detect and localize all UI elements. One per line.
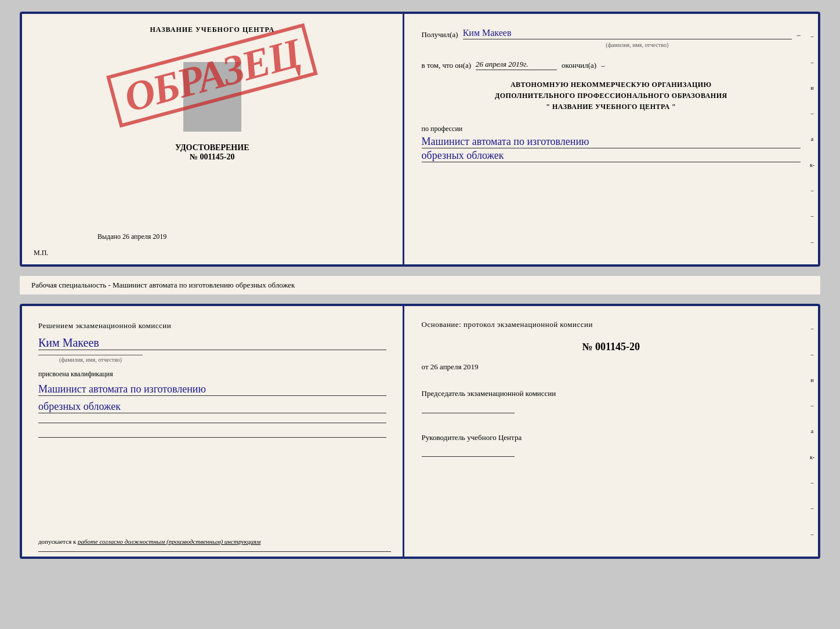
profession-value1: Машинист автомата по изготовлению (422, 136, 801, 148)
org-line2: ДОПОЛНИТЕЛЬНОГО ПРОФЕССИОНАЛЬНОГО ОБРАЗО… (422, 90, 801, 101)
vtom-row: в том, что он(а) 26 апреля 2019г. окончи… (422, 60, 801, 70)
side-mark-4: – (810, 110, 813, 117)
qual-left-page: Решением экзаменационной комиссии Ким Ма… (22, 306, 404, 557)
side-mark-6: к- (810, 162, 814, 168)
poluchil-row: Получил(а) Ким Макеев – (422, 28, 801, 39)
certificate-book: НАЗВАНИЕ УЧЕБНОГО ЦЕНТРА ОБРАЗЕЦ УДОСТОВ… (20, 12, 820, 267)
qual-side-mark-9: – (810, 531, 813, 537)
rukovoditel-label: Руководитель учебного Центра (422, 432, 801, 443)
side-mark-3: и (810, 85, 813, 91)
side-mark-9: – (810, 239, 813, 245)
vtom-date: 26 апреля 2019г. (476, 60, 557, 70)
vydano-date: 26 апреля 2019 (122, 232, 166, 241)
obrazec-stamp: ОБРАЗЕЦ (34, 49, 391, 102)
protocol-num: № 001145-20 (422, 341, 801, 353)
org-line1: АВТОНОМНУЮ НЕКОММЕРЧЕСКУЮ ОРГАНИЗАЦИЮ (422, 79, 801, 90)
cert-school-title: НАЗВАНИЕ УЧЕБНОГО ЦЕНТРА (150, 26, 274, 34)
sign-line-2 (38, 437, 386, 438)
cert-right-page: Получил(а) Ким Макеев – (фамилия, имя, о… (404, 14, 818, 264)
dopuskaetsya-label: допускается к (38, 538, 76, 545)
ot-date-line: от 26 апреля 2019 (422, 362, 801, 372)
profession-block: по профессии Машинист автомата по изгото… (422, 125, 801, 162)
predsedatel-block: Председатель экзаменационной комиссии (422, 388, 801, 413)
rukovoditel-block: Руководитель учебного Центра (422, 432, 801, 457)
qual-side-mark-6: к- (810, 454, 814, 460)
subtitle-line: Рабочая специальность - Машинист автомат… (20, 276, 820, 294)
qual-side-mark-8: – (810, 505, 813, 511)
qual-side-mark-3: и (810, 377, 813, 383)
org-line3: " НАЗВАНИЕ УЧЕБНОГО ЦЕНТРА " (422, 101, 801, 112)
predsedatel-sign-line (422, 402, 515, 413)
cert-left-page: НАЗВАНИЕ УЧЕБНОГО ЦЕНТРА ОБРАЗЕЦ УДОСТОВ… (22, 14, 404, 264)
qual-side-mark-4: – (810, 402, 813, 409)
side-mark-5: а (811, 136, 813, 142)
profession-label: по профессии (422, 125, 801, 133)
poluchil-label: Получил(а) (422, 30, 458, 39)
udostoverenie-label: УДОСТОВЕРЕНИЕ (175, 143, 249, 152)
qual-fio-label: (фамилия, имя, отчество) (38, 355, 143, 363)
side-mark-7: – (810, 187, 813, 194)
rukovoditel-sign-line (422, 445, 515, 457)
qual-side-mark-5: а (811, 428, 813, 434)
sign-line-1 (38, 423, 386, 423)
cert-body: УДОСТОВЕРЕНИЕ № 001145-20 (175, 143, 249, 162)
fio-label: (фамилия, имя, отчество) (474, 42, 801, 48)
poluchil-name: Ким Макеев (463, 28, 792, 39)
org-block: АВТОНОМНУЮ НЕКОММЕРЧЕСКУЮ ОРГАНИЗАЦИЮ ДО… (422, 79, 801, 113)
qual-side-mark-7: – (810, 479, 813, 486)
resheniem-label: Решением экзаменационной комиссии (38, 320, 386, 332)
cert-number: № 001145-20 (175, 152, 249, 162)
dopuskaetsya-value: работе согласно должностным (производств… (78, 538, 260, 545)
qual-profession1: Машинист автомата по изготовлению (38, 383, 386, 396)
dopuskaetsya-block: допускается к работе согласно должностны… (38, 538, 391, 545)
qualification-book: Решением экзаменационной комиссии Ким Ма… (20, 304, 820, 559)
prisvoena-label: присвоена квалификация (38, 370, 386, 379)
qual-profession2: обрезных обложек (38, 401, 386, 413)
osnov-label: Основание: протокол экзаменационной коми… (422, 320, 801, 329)
cert-side-marks: – – и – а к- – – – (806, 14, 818, 264)
side-mark-8: – (810, 213, 813, 219)
side-mark-2: – (810, 59, 813, 66)
side-mark-1: – (810, 33, 813, 39)
document-container: НАЗВАНИЕ УЧЕБНОГО ЦЕНТРА ОБРАЗЕЦ УДОСТОВ… (20, 12, 820, 559)
cert-mp: М.П. (34, 249, 48, 257)
qual-name: Ким Макеев (38, 336, 386, 350)
subtitle-text: Рабочая специальность - Машинист автомат… (31, 281, 295, 289)
profession-value2: обрезных обложек (422, 150, 801, 162)
predsedatel-label: Председатель экзаменационной комиссии (422, 388, 801, 399)
vydano-label: Выдано (97, 232, 121, 241)
okonchil-label: окончил(а) (562, 61, 596, 70)
dash2: – (601, 61, 605, 70)
bottom-sign-line (38, 551, 391, 552)
qual-right-page: Основание: протокол экзаменационной коми… (404, 306, 818, 557)
cert-vydano: Выдано 26 апреля 2019 (97, 232, 166, 241)
ot-label: от (422, 362, 429, 371)
qual-side-mark-2: – (810, 351, 813, 358)
qual-side-mark-1: – (810, 325, 813, 332)
qual-side-marks: – – и – а к- – – – (806, 306, 818, 557)
dash1: – (796, 30, 801, 39)
ot-date: 26 апреля 2019 (430, 362, 479, 371)
vtom-label: в том, что он(а) (422, 61, 472, 70)
